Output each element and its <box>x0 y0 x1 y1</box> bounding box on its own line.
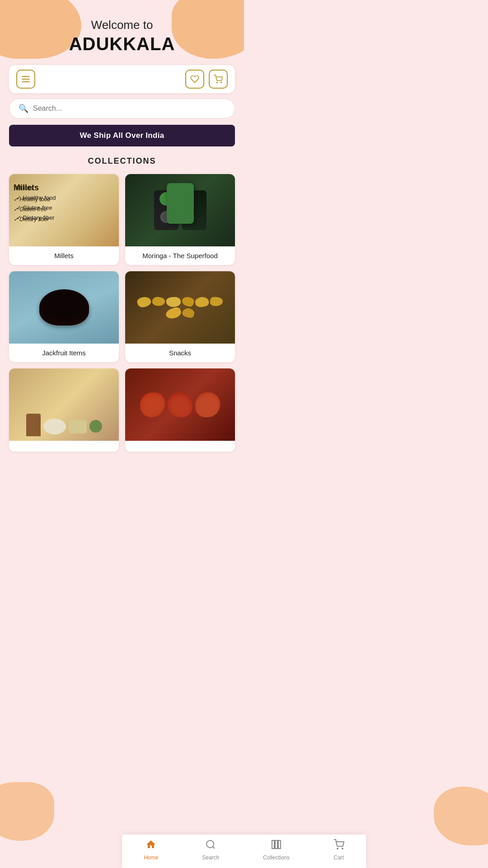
menu-button[interactable] <box>16 70 35 89</box>
collection-image-millets: Millets ✓ Healthy food ✓ Gluten-free ✓ D… <box>9 174 119 246</box>
heart-icon <box>190 75 199 84</box>
collection-label-millets: Millets <box>9 246 119 265</box>
cart-icon <box>214 75 223 84</box>
collection-label-moringa: Moringa - The Superfood <box>125 246 235 265</box>
collection-label-sweets <box>125 441 235 452</box>
collection-card-moringa[interactable]: Moringa - The Superfood <box>125 174 235 265</box>
main-content: Welcome to ADUKKALA <box>0 0 244 497</box>
welcome-section: Welcome to ADUKKALA <box>9 18 235 54</box>
collections-grid: Millets ✓ Healthy food ✓ Gluten-free ✓ D… <box>9 174 235 452</box>
collection-image-herbs <box>9 368 119 441</box>
shipping-banner: We Ship All Over India <box>9 125 235 146</box>
millets-text: Millets ✓ Healthy food ✓ Gluten-free ✓ D… <box>14 180 50 224</box>
collection-image-snacks <box>125 271 235 344</box>
collection-label-snacks: Snacks <box>125 344 235 362</box>
search-icon: 🔍 <box>19 104 28 113</box>
collection-label-jackfruit: Jackfruit Items <box>9 344 119 362</box>
svg-point-1 <box>221 82 222 83</box>
welcome-text: Welcome to <box>9 18 235 32</box>
collection-label-herbs <box>9 441 119 452</box>
collection-card-herbs[interactable] <box>9 368 119 452</box>
search-input[interactable] <box>33 104 225 113</box>
collection-image-sweets <box>125 368 235 441</box>
collection-image-moringa <box>125 174 235 246</box>
collection-card-snacks[interactable]: Snacks <box>125 271 235 362</box>
header-row <box>9 65 235 93</box>
brand-name: ADUKKALA <box>9 34 235 54</box>
collection-image-jackfruit <box>9 271 119 344</box>
wishlist-button[interactable] <box>185 70 204 89</box>
cart-button[interactable] <box>209 70 228 89</box>
collections-title: COLLECTIONS <box>9 156 235 166</box>
collection-card-sweets[interactable] <box>125 368 235 452</box>
collection-card-jackfruit[interactable]: Jackfruit Items <box>9 271 119 362</box>
svg-point-0 <box>217 82 218 83</box>
search-bar[interactable]: 🔍 <box>9 99 235 118</box>
collection-card-millets[interactable]: Millets ✓ Healthy food ✓ Gluten-free ✓ D… <box>9 174 119 265</box>
hamburger-icon <box>22 76 30 82</box>
header-action-icons <box>185 70 228 89</box>
